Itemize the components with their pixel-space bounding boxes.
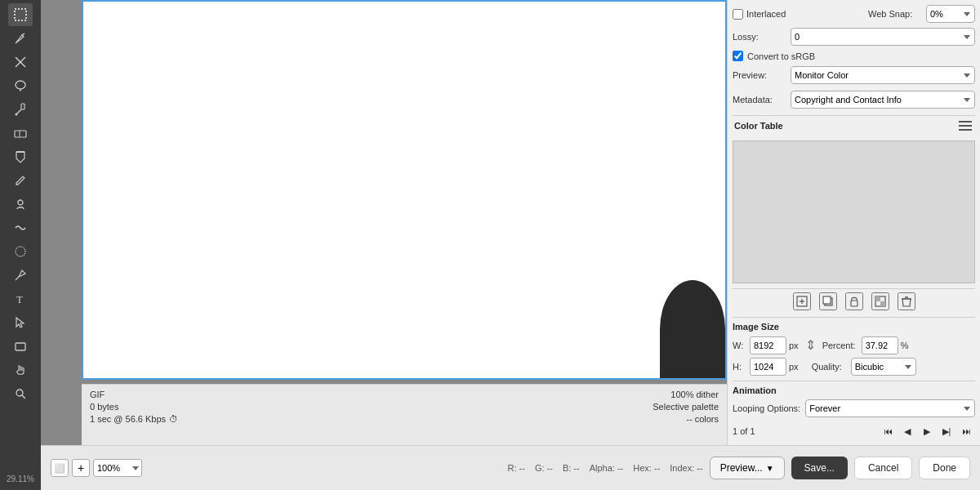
done-button[interactable]: Done [919,457,970,479]
zoom-toggle-btn[interactable]: ⬜ [51,459,69,477]
looping-select[interactable]: Forever [805,399,975,417]
svg-rect-29 [880,301,885,306]
color-table-delete-btn[interactable] [898,292,915,310]
pencil-tool[interactable] [8,169,33,192]
websnap-select[interactable]: 0% [926,5,975,23]
svg-rect-28 [875,296,880,301]
type-tool[interactable]: T [8,287,33,310]
zoom-tool[interactable] [8,382,33,405]
clone-tool[interactable] [8,193,33,216]
rect-tool[interactable] [8,335,33,358]
right-panel: Interlaced Web Snap: 0% Lossy: 0 [727,0,980,445]
quality-select[interactable]: Bicubic [851,358,916,376]
percent-field-group: Percent: % [822,336,909,354]
transform-tool[interactable] [8,51,33,74]
frame-counter: 1 of 1 [733,426,755,436]
color-table-menu-icon [959,121,972,131]
preview-info-left: GIF 0 bytes 1 sec @ 56.6 Kbps ⏱ [90,390,178,424]
color-table-new-btn[interactable] [793,292,811,310]
index-value: -- [697,463,702,473]
save-button[interactable]: Save... [791,457,848,479]
color-table-new-icon [795,295,808,308]
select-tool[interactable] [8,311,33,334]
svg-rect-18 [959,121,972,122]
r-value: -- [519,463,525,473]
smudge-tool[interactable] [8,216,33,239]
preview-info-right: 100% dither Selective palette -- colors [653,390,719,424]
svg-line-1 [22,33,24,35]
prev-frame-btn[interactable]: ◀ [898,422,916,440]
cancel-button[interactable]: Cancel [854,457,912,479]
r-label: R: -- [507,463,524,473]
svg-rect-25 [823,296,831,304]
preview-size: 0 bytes [90,402,178,412]
metadata-select[interactable]: Copyright and Contact Info [791,91,975,109]
preview-select[interactable]: Monitor Color [791,66,975,84]
interlaced-checkbox[interactable] [733,9,743,20]
looping-label: Looping Options: [733,403,800,413]
first-frame-btn[interactable]: ⏮ [879,422,897,440]
bottom-buttons: Preview... ▼ Save... Cancel Done [710,457,970,479]
color-table-duplicate-btn[interactable] [819,292,837,310]
preview-colors: -- colors [686,414,719,424]
percent-input[interactable] [862,336,898,354]
svg-rect-26 [851,301,858,306]
lasso-tool[interactable] [8,74,33,97]
interlaced-group: Interlaced [733,9,786,20]
marquee-tool[interactable] [8,3,33,26]
svg-rect-9 [15,131,26,137]
svg-text:T: T [16,293,23,305]
last-frame-btn[interactable]: ⏭ [957,422,975,440]
preview-dropdown-icon: ▼ [766,464,774,473]
eraser-tool[interactable] [8,122,33,145]
convert-srgb-label: Convert to sRGB [747,51,815,61]
eyedropper-tool[interactable] [8,98,33,121]
hand-tool[interactable] [8,359,33,381]
pen-tool[interactable] [8,264,33,287]
alpha-label: Alpha: -- [590,463,624,473]
hex-label: Hex: -- [633,463,660,473]
zoom-area: ⬜ + 100% [51,459,501,477]
metadata-row: Metadata: Copyright and Contact Info [733,89,975,110]
color-table-title: Color Table [734,121,783,131]
zoom-select[interactable]: 100% [93,459,142,477]
color-table-duplicate-icon [822,295,835,308]
color-table-map-btn[interactable] [871,292,889,310]
preview-image-shape [660,280,725,378]
playback-row: 1 of 1 ⏮ ◀ ▶ ▶| ⏭ [733,422,975,440]
color-table-lock-btn[interactable] [845,292,863,310]
websnap-group: Web Snap: 0% [868,5,975,23]
lossy-select[interactable]: 0 [791,28,975,46]
b-label: B: -- [563,463,580,473]
next-frame-btn[interactable]: ▶| [938,422,956,440]
preview-info-bar: GIF 0 bytes 1 sec @ 56.6 Kbps ⏱ 100% dit… [82,384,727,445]
export-dialog: GIF 0 bytes 1 sec @ 56.6 Kbps ⏱ 100% dit… [41,0,980,490]
preview-button[interactable]: Preview... ▼ [710,457,785,479]
preview-palette: Selective palette [653,402,719,412]
image-size-title: Image Size [733,322,779,332]
preview-zoom: 100% dither [670,390,719,399]
quality-field-group: Quality: Bicubic [812,358,916,376]
width-unit: px [789,341,799,350]
play-btn[interactable]: ▶ [918,422,936,440]
color-table-menu-btn[interactable] [957,119,973,132]
color-info: R: -- G: -- B: -- Alpha: -- Hex: -- Inde… [507,463,702,473]
brush-tool[interactable] [8,27,33,50]
websnap-label: Web Snap: [868,9,921,19]
time-icon: ⏱ [169,414,178,424]
height-input[interactable] [750,358,786,376]
height-field-group: H: px [733,358,799,376]
width-input[interactable] [750,336,786,354]
zoom-add-btn[interactable]: + [72,459,90,477]
metadata-label: Metadata: [733,95,786,105]
svg-point-13 [16,247,25,256]
svg-point-12 [18,200,23,205]
blur-tool[interactable] [8,240,33,263]
preview-row: Preview: Monitor Color [733,65,975,86]
lossy-row: Lossy: 0 [733,26,975,47]
preview-time: 1 sec @ 56.6 Kbps ⏱ [90,414,178,424]
paint-bucket-tool[interactable] [8,145,33,168]
width-field-group: W: px [733,336,799,354]
convert-srgb-checkbox[interactable] [733,51,743,61]
svg-rect-19 [959,125,972,127]
